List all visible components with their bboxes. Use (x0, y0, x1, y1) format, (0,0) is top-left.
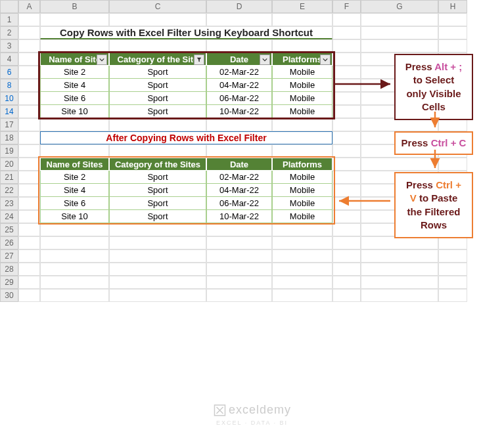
cell[interactable] (109, 144, 206, 158)
row-header[interactable]: 10 (0, 92, 18, 105)
cell[interactable] (332, 184, 361, 197)
row-header[interactable]: 24 (0, 210, 18, 223)
cell[interactable] (332, 158, 361, 171)
cell[interactable] (361, 158, 438, 171)
cell[interactable] (332, 79, 361, 92)
cell[interactable] (272, 236, 332, 249)
cell[interactable] (332, 131, 361, 144)
row-header[interactable]: 6 (0, 66, 18, 79)
col-header[interactable]: C (109, 0, 206, 13)
cell[interactable] (361, 263, 438, 276)
cell[interactable] (438, 263, 467, 276)
cell[interactable] (18, 144, 40, 158)
cell[interactable] (361, 276, 438, 289)
cell[interactable] (332, 13, 361, 26)
table-cell[interactable]: Site 4 (40, 184, 109, 197)
cell[interactable] (18, 105, 40, 118)
table-cell[interactable]: Sport (109, 197, 206, 210)
cell[interactable] (109, 289, 206, 302)
col-header[interactable]: E (272, 0, 332, 13)
cell[interactable] (206, 276, 272, 289)
col-header[interactable]: H (438, 0, 467, 13)
cell[interactable] (332, 144, 361, 158)
cell[interactable] (18, 263, 40, 276)
table-cell[interactable]: Sport (109, 66, 206, 79)
filter-button[interactable] (260, 54, 270, 65)
cell[interactable] (332, 66, 361, 79)
filter-button[interactable] (97, 54, 107, 65)
cell[interactable] (272, 13, 332, 26)
cell[interactable] (40, 13, 109, 26)
cell[interactable] (332, 105, 361, 118)
table-cell[interactable]: 02-Mar-22 (206, 171, 272, 184)
table-cell[interactable]: Site 6 (40, 92, 109, 105)
cell[interactable] (438, 236, 467, 249)
cell[interactable] (206, 13, 272, 26)
cell[interactable] (272, 276, 332, 289)
cell[interactable] (332, 263, 361, 276)
row-header[interactable]: 14 (0, 105, 18, 118)
cell[interactable] (109, 276, 206, 289)
cell[interactable] (272, 249, 332, 263)
table-cell[interactable]: Sport (109, 92, 206, 105)
row-header[interactable]: 1 (0, 13, 18, 26)
cell[interactable] (18, 26, 40, 39)
cell[interactable] (272, 144, 332, 158)
row-header[interactable]: 29 (0, 276, 18, 289)
table-cell[interactable]: Sport (109, 79, 206, 92)
cell[interactable] (18, 118, 40, 131)
cell[interactable] (206, 249, 272, 263)
row-header[interactable]: 27 (0, 249, 18, 263)
cell[interactable] (18, 197, 40, 210)
cell[interactable] (332, 39, 361, 53)
cell[interactable] (438, 39, 467, 53)
table-cell[interactable]: Mobile (272, 105, 332, 118)
table-header[interactable]: Date (206, 53, 272, 66)
cell[interactable] (206, 118, 272, 131)
cell[interactable] (109, 236, 206, 249)
table-cell[interactable]: 10-Mar-22 (206, 210, 272, 223)
cell[interactable] (40, 223, 109, 236)
row-header[interactable]: 28 (0, 263, 18, 276)
cell[interactable] (40, 263, 109, 276)
cell[interactable] (206, 223, 272, 236)
cell[interactable] (361, 289, 438, 302)
table-cell[interactable]: 06-Mar-22 (206, 92, 272, 105)
row-header[interactable]: 20 (0, 158, 18, 171)
cell[interactable] (332, 92, 361, 105)
cell[interactable] (438, 158, 467, 171)
cell[interactable] (40, 144, 109, 158)
row-header[interactable]: 25 (0, 223, 18, 236)
filter-active-button[interactable] (194, 54, 204, 65)
cell[interactable] (332, 289, 361, 302)
cell[interactable] (18, 276, 40, 289)
cell[interactable] (18, 13, 40, 26)
cell[interactable] (18, 53, 40, 66)
row-header[interactable]: 19 (0, 144, 18, 158)
table-header[interactable]: Date (206, 158, 272, 171)
cell[interactable] (40, 39, 109, 53)
table-cell[interactable]: Site 2 (40, 66, 109, 79)
cell[interactable] (206, 144, 272, 158)
table-header[interactable]: Name of Sites (40, 158, 109, 171)
table-cell[interactable]: Mobile (272, 210, 332, 223)
cell[interactable] (18, 79, 40, 92)
row-header[interactable]: 22 (0, 184, 18, 197)
cell[interactable] (361, 249, 438, 263)
cell[interactable] (438, 276, 467, 289)
table-header[interactable]: Category of the Sites (109, 158, 206, 171)
table-cell[interactable]: Mobile (272, 92, 332, 105)
cell[interactable] (272, 223, 332, 236)
cell[interactable] (332, 26, 361, 39)
cell[interactable] (18, 171, 40, 184)
cell[interactable] (18, 158, 40, 171)
cell[interactable] (40, 118, 109, 131)
row-header[interactable]: 30 (0, 289, 18, 302)
cell[interactable] (206, 263, 272, 276)
table-cell[interactable]: Mobile (272, 66, 332, 79)
table-cell[interactable]: Site 10 (40, 105, 109, 118)
row-header[interactable]: 17 (0, 118, 18, 131)
cell[interactable] (18, 236, 40, 249)
cell[interactable] (361, 118, 438, 131)
table-cell[interactable]: 10-Mar-22 (206, 105, 272, 118)
